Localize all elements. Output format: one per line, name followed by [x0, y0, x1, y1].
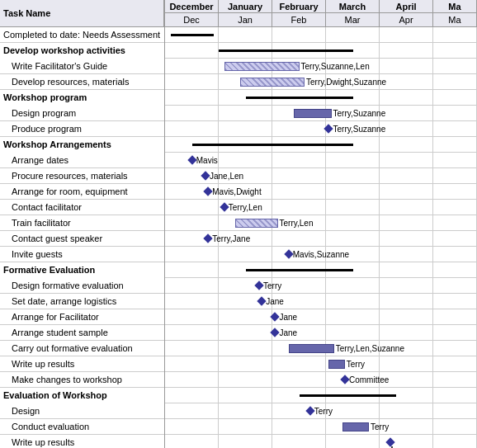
gantt-grid-cell-21-0 — [165, 356, 219, 372]
gantt-grid-cell-21-3 — [326, 356, 380, 372]
gantt-grid-cell-7-1 — [219, 137, 272, 153]
gantt-grid-cell-14-1 — [219, 247, 272, 262]
gantt-grid-cell-17-4 — [380, 294, 433, 309]
task-row-16: Design formative evaluation — [0, 278, 164, 294]
task-cell-18: Arrange for Facilitator — [0, 309, 165, 325]
task-cell-10: Arrange for room, equipment — [0, 184, 165, 200]
gantt-rows-area: Terry,Suzanne,LenTerry,Dwight,SuzanneTer… — [165, 27, 477, 448]
month-jan: January Jan — [219, 0, 272, 26]
gantt-grid-cell-16-3 — [326, 278, 380, 294]
gantt-grid-cell-3-0 — [165, 74, 219, 90]
gantt-row-22 — [165, 372, 477, 388]
gantt-grid-cell-22-0 — [165, 372, 219, 388]
gantt-grid-cell-6-3 — [326, 121, 380, 137]
task-row-13: Contact guest speaker — [0, 231, 164, 247]
task-row-12: Train facilitator — [0, 215, 164, 231]
gantt-grid-cell-11-0 — [165, 200, 219, 215]
gantt-grid-cell-8-5 — [433, 153, 477, 168]
gantt-grid-cell-26-1 — [219, 435, 272, 448]
task-row-3: Develop resources, materials — [0, 74, 164, 90]
gantt-grid-cell-7-4 — [380, 137, 433, 153]
gantt-grid-cell-15-5 — [433, 262, 477, 278]
gantt-grid-cell-7-2 — [272, 137, 326, 153]
gantt-grid-cell-23-0 — [165, 388, 219, 403]
gantt-grid-cell-2-4 — [380, 59, 433, 74]
task-cell-12: Train facilitator — [0, 215, 165, 231]
task-cell-21: Write up results — [0, 356, 165, 372]
gantt-row-13 — [165, 231, 477, 247]
gantt-grid-cell-17-2 — [272, 294, 326, 309]
gantt-grid-cell-20-4 — [380, 341, 433, 356]
gantt-grid-cell-25-2 — [272, 419, 326, 435]
gantt-grid-cell-10-5 — [433, 184, 477, 200]
gantt-grid-cell-16-1 — [219, 278, 272, 294]
gantt-grid-cell-0-0 — [165, 27, 219, 43]
gantt-grid-cell-14-5 — [433, 247, 477, 262]
gantt-grid-cell-2-2 — [272, 59, 326, 74]
gantt-row-0 — [165, 27, 477, 43]
gantt-grid-cell-3-5 — [433, 74, 477, 90]
gantt-grid-cell-25-1 — [219, 419, 272, 435]
gantt-grid-cell-1-1 — [219, 43, 272, 59]
gantt-grid-cell-16-0 — [165, 278, 219, 294]
task-row-7: Workshop Arrangements — [0, 137, 164, 153]
gantt-grid-cell-4-5 — [433, 90, 477, 106]
gantt-row-24 — [165, 403, 477, 419]
task-column-header: Task Name — [0, 0, 164, 27]
gantt-grid-cell-5-4 — [380, 106, 433, 121]
gantt-grid-cell-23-1 — [219, 388, 272, 403]
gantt-grid-cell-17-3 — [326, 294, 380, 309]
gantt-grid-cell-18-4 — [380, 309, 433, 325]
task-row-19: Arrange student sample — [0, 325, 164, 341]
month-may: Ma Ma — [433, 0, 477, 26]
gantt-grid-cell-26-5 — [433, 435, 477, 448]
gantt-grid-cell-11-3 — [326, 200, 380, 215]
month-mar: March Mar — [326, 0, 380, 26]
gantt-grid-cell-18-0 — [165, 309, 219, 325]
task-row-22: Make changes to workshop — [0, 372, 164, 388]
gantt-row-16 — [165, 278, 477, 294]
gantt-grid-cell-21-2 — [272, 356, 326, 372]
gantt-grid-cell-22-3 — [326, 372, 380, 388]
task-cell-11: Contact facilitator — [0, 200, 165, 215]
gantt-grid-cell-2-3 — [326, 59, 380, 74]
gantt-grid-cell-26-3 — [326, 435, 380, 448]
task-cell-25: Conduct evaluation — [0, 419, 165, 435]
gantt-row-26 — [165, 435, 477, 448]
gantt-panel: December Dec January Jan February Feb Ma… — [165, 0, 477, 448]
gantt-grid-cell-19-4 — [380, 325, 433, 341]
gantt-grid-cell-25-5 — [433, 419, 477, 435]
task-cell-15: Formative Evaluation — [0, 262, 165, 278]
gantt-grid-cell-17-5 — [433, 294, 477, 309]
task-cell-22: Make changes to workshop — [0, 372, 165, 388]
gantt-grid-cell-9-5 — [433, 168, 477, 184]
gantt-grid-cell-14-0 — [165, 247, 219, 262]
gantt-grid-cell-7-5 — [433, 137, 477, 153]
gantt-row-8 — [165, 153, 477, 168]
task-row-24: Design — [0, 403, 164, 419]
gantt-grid-cell-16-4 — [380, 278, 433, 294]
task-row-11: Contact facilitator — [0, 200, 164, 215]
gantt-grid-cell-15-2 — [272, 262, 326, 278]
gantt-grid-cell-13-1 — [219, 231, 272, 247]
gantt-grid-cell-6-1 — [219, 121, 272, 137]
gantt-row-21 — [165, 356, 477, 372]
gantt-grid-cell-0-5 — [433, 27, 477, 43]
gantt-grid-cell-1-2 — [272, 43, 326, 59]
gantt-grid-cell-22-5 — [433, 372, 477, 388]
gantt-grid-cell-25-4 — [380, 419, 433, 435]
task-cell-6: Produce program — [0, 121, 165, 137]
gantt-grid-cell-11-2 — [272, 200, 326, 215]
gantt-grid-cell-20-2 — [272, 341, 326, 356]
gantt-grid-cell-16-2 — [272, 278, 326, 294]
task-cell-7: Workshop Arrangements — [0, 137, 165, 153]
gantt-grid-cell-1-0 — [165, 43, 219, 59]
gantt-row-5 — [165, 106, 477, 121]
task-cell-9: Procure resources, materials — [0, 168, 165, 184]
task-row-23: Evaluation of Workshop — [0, 388, 164, 403]
gantt-grid-cell-6-5 — [433, 121, 477, 137]
gantt-grid-cell-9-1 — [219, 168, 272, 184]
gantt-grid-cell-25-0 — [165, 419, 219, 435]
month-headers: December Dec January Jan February Feb Ma… — [165, 0, 477, 27]
gantt-grid-cell-8-2 — [272, 153, 326, 168]
